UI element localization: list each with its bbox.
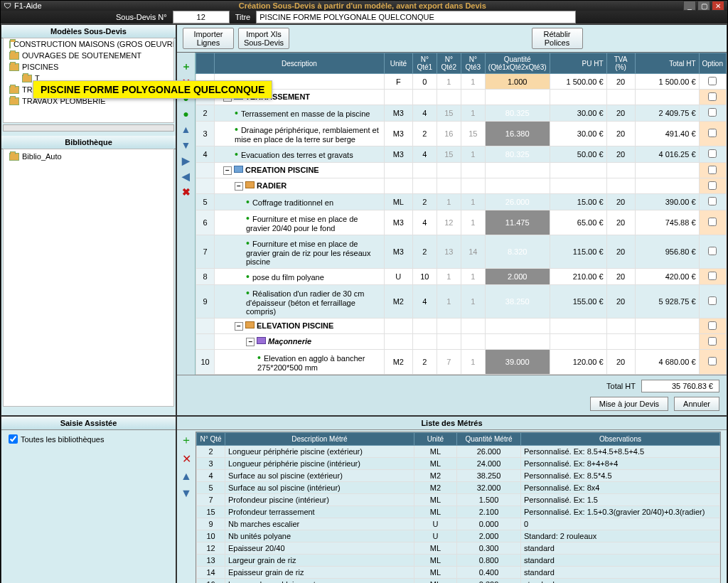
row-up-icon[interactable]: ▲ bbox=[181, 124, 192, 135]
option-checkbox[interactable] bbox=[708, 197, 717, 205]
toutes-biblio-input[interactable] bbox=[9, 434, 18, 444]
group-row[interactable]: −TERRASSEMENT bbox=[196, 90, 727, 105]
metres-row[interactable]: 13Largeur grain de rizML0.800standard bbox=[197, 555, 720, 567]
col-qte1[interactable]: N° Qté1 bbox=[412, 53, 437, 74]
option-checkbox[interactable] bbox=[708, 321, 717, 330]
option-checkbox[interactable] bbox=[708, 247, 717, 255]
metres-row[interactable]: 12Epaisseur 20/40ML0.300standard bbox=[197, 542, 720, 555]
grid-actions: Mise à jour Devis Annuler bbox=[177, 397, 727, 415]
option-checkbox[interactable] bbox=[708, 77, 717, 85]
add-row-icon[interactable]: ＋ bbox=[181, 61, 192, 73]
option-checkbox[interactable] bbox=[708, 296, 717, 305]
col-option[interactable]: Option bbox=[699, 53, 726, 74]
metres-col-u[interactable]: Unité bbox=[414, 433, 457, 446]
table-row[interactable]: F0111.0001 500.00 €201 500.00 € bbox=[196, 74, 727, 90]
retablir-polices-button[interactable]: RétablirPolices bbox=[532, 28, 583, 49]
annuler-button[interactable]: Annuler bbox=[674, 397, 719, 411]
folder-icon bbox=[9, 63, 19, 71]
titre-input[interactable] bbox=[256, 11, 576, 23]
metres-row[interactable]: 16Largeur de remblaiementML0.300standard bbox=[197, 579, 720, 584]
collapse-icon[interactable]: − bbox=[246, 338, 255, 346]
collapse-icon[interactable]: − bbox=[223, 166, 232, 175]
metres-col-q[interactable]: Quantité Métré bbox=[457, 433, 521, 446]
titlebar: 🛡 F1-Aide Création Sous-Devis à partir d… bbox=[1, 1, 727, 11]
table-row[interactable]: 6•Fourniture et mise en place de gravier… bbox=[196, 210, 727, 235]
col-tva[interactable]: TVA (%) bbox=[606, 53, 635, 74]
close-button[interactable]: ✕ bbox=[712, 1, 724, 11]
metres-col-n[interactable]: N° Qté bbox=[197, 433, 225, 446]
collapse-icon[interactable]: − bbox=[235, 182, 243, 191]
metres-add-icon[interactable]: ＋ bbox=[181, 433, 192, 448]
group-row[interactable]: −ELEVATION PISCINE bbox=[196, 319, 727, 334]
option-checkbox[interactable] bbox=[708, 218, 717, 226]
metres-row[interactable]: 3Longueur périphérie piscine (intérieur)… bbox=[197, 458, 720, 470]
table-row[interactable]: 5•Coffrage traditionnel enML21126.00015.… bbox=[196, 194, 727, 210]
col-quantite[interactable]: Quantité (Qté1xQté2xQté3) bbox=[485, 53, 550, 74]
collapse-icon[interactable]: − bbox=[235, 322, 243, 331]
bullet2-icon[interactable]: ● bbox=[181, 108, 192, 119]
col-total[interactable]: Total HT bbox=[635, 53, 699, 74]
option-checkbox[interactable] bbox=[708, 181, 717, 190]
option-checkbox[interactable] bbox=[708, 337, 717, 346]
mise-a-jour-devis-button[interactable]: Mise à jour Devis bbox=[590, 397, 668, 411]
option-checkbox[interactable] bbox=[708, 272, 717, 280]
metres-title: Liste des Métrés bbox=[177, 417, 727, 430]
metres-col-obs[interactable]: Observations bbox=[521, 433, 720, 446]
metres-row[interactable]: 2Longueur périphérie piscine (extérieur)… bbox=[197, 446, 720, 458]
option-checkbox[interactable] bbox=[708, 166, 717, 174]
metres-row[interactable]: 9Nb marches escalierU0.0000 bbox=[197, 518, 720, 530]
tree-item[interactable]: OUVRAGES DE SOUTENEMENT bbox=[4, 50, 173, 61]
tree-item[interactable]: CONSTRUCTION MAISONS (GROS OEUVRE) bbox=[4, 38, 173, 50]
folder-icon bbox=[9, 52, 19, 60]
scrollbar-horizontal[interactable] bbox=[3, 124, 174, 132]
table-row[interactable]: 2•Terrassement en masse de la piscineM34… bbox=[196, 105, 727, 122]
col-unite[interactable]: Unité bbox=[384, 53, 412, 74]
biblio-list[interactable]: Biblio_Auto bbox=[3, 149, 174, 407]
tree-item[interactable]: PISCINES bbox=[4, 61, 173, 73]
sousdevis-grid[interactable]: Description Unité N° Qté1 N° Qté2 N° Qté… bbox=[196, 53, 727, 375]
metres-delete-icon[interactable]: ✕ bbox=[182, 452, 191, 466]
metres-row[interactable]: 10Nb unités polyaneU2.000Standard: 2 rou… bbox=[197, 530, 720, 542]
metres-row[interactable]: 7Profondeur piscine (intérieur)ML1.500Pe… bbox=[197, 494, 720, 506]
toutes-biblio-checkbox[interactable]: Toutes les bibliothèques bbox=[1, 430, 176, 448]
row-right-icon[interactable]: ▶ bbox=[181, 155, 192, 166]
sousdevis-num-input[interactable] bbox=[173, 11, 230, 23]
folder-icon bbox=[9, 41, 11, 48]
group-row[interactable]: −CREATION PISCINE bbox=[196, 163, 727, 178]
table-row[interactable]: 9•Réalisation d'un radier de 30 cm d'épa… bbox=[196, 285, 727, 319]
table-row[interactable]: 7•Fourniture et mise en place de gravier… bbox=[196, 235, 727, 269]
option-checkbox[interactable] bbox=[708, 149, 717, 158]
metres-down-icon[interactable]: ▼ bbox=[181, 487, 192, 500]
table-row[interactable]: 10•Elevation en agglo à bancher 275*200*… bbox=[196, 350, 727, 375]
total-value: 35 760.83 € bbox=[641, 380, 719, 392]
metres-row[interactable]: 14Epaisseur grain de rizML0.400standard bbox=[197, 567, 720, 579]
import-xls-button[interactable]: Import XlsSous-Devis bbox=[238, 28, 289, 49]
option-checkbox[interactable] bbox=[708, 129, 717, 137]
biblio-item[interactable]: Biblio_Auto bbox=[4, 149, 173, 164]
metres-row[interactable]: 15Profondeur terrassementML2.100Personna… bbox=[197, 506, 720, 518]
metres-row[interactable]: 4Surface au sol piscine (extérieur)M238.… bbox=[197, 470, 720, 482]
importer-lignes-button[interactable]: ImporterLignes bbox=[183, 28, 234, 49]
col-qte2[interactable]: N° Qté2 bbox=[437, 53, 461, 74]
col-pu[interactable]: PU HT bbox=[550, 53, 606, 74]
metres-grid[interactable]: N° Qté Description Métré Unité Quantité … bbox=[196, 432, 720, 583]
metres-row[interactable]: 5Surface au sol piscine (intérieur)M232.… bbox=[197, 482, 720, 494]
col-qte3[interactable]: N° Qté3 bbox=[461, 53, 485, 74]
col-description[interactable]: Description bbox=[215, 53, 385, 74]
maximize-button[interactable]: ▢ bbox=[697, 1, 710, 11]
metres-up-icon[interactable]: ▲ bbox=[181, 470, 192, 483]
row-left-icon[interactable]: ◀ bbox=[181, 171, 192, 182]
option-checkbox[interactable] bbox=[708, 108, 717, 117]
group-row[interactable]: −RADIER bbox=[196, 178, 727, 194]
option-checkbox[interactable] bbox=[708, 357, 717, 365]
group-row[interactable]: −Maçonnerie bbox=[196, 334, 727, 350]
app-window: 🛡 F1-Aide Création Sous-Devis à partir d… bbox=[0, 0, 728, 583]
remove-icon[interactable]: ✖ bbox=[181, 186, 192, 198]
table-row[interactable]: 3•Drainage périphérique, remblaiement et… bbox=[196, 122, 727, 146]
table-row[interactable]: 4•Evacuation des terres et gravatsM34151… bbox=[196, 146, 727, 163]
table-row[interactable]: 8•pose du film polyaneU10112.000210.00 €… bbox=[196, 269, 727, 285]
option-checkbox[interactable] bbox=[708, 92, 717, 101]
minimize-button[interactable]: _ bbox=[683, 1, 696, 11]
row-down-icon[interactable]: ▼ bbox=[181, 139, 192, 151]
metres-col-desc[interactable]: Description Métré bbox=[225, 433, 414, 446]
